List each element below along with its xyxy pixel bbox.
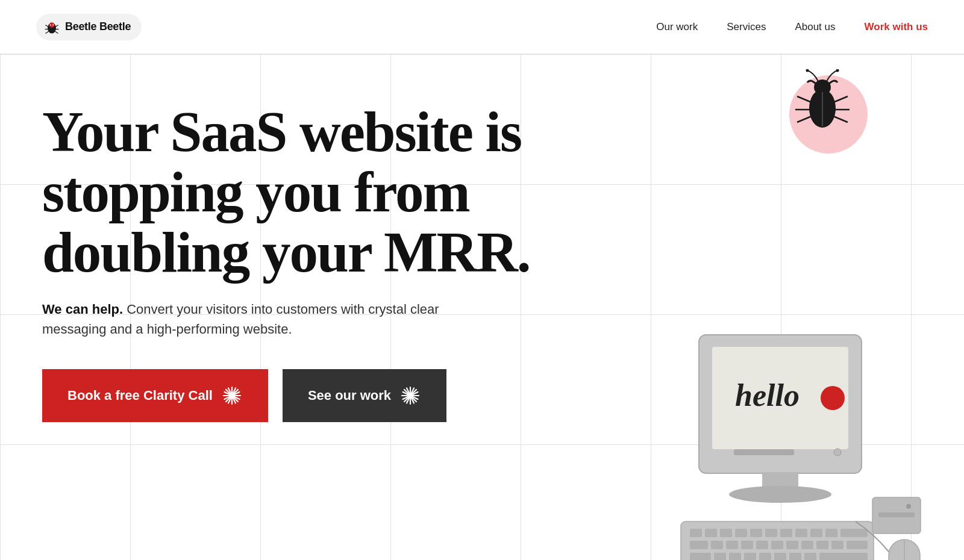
- svg-rect-48: [690, 529, 702, 537]
- logo[interactable]: Beetle Beetle: [36, 14, 142, 40]
- svg-rect-77: [804, 553, 816, 560]
- svg-rect-74: [759, 553, 771, 560]
- nav-links: Our work Services About us Work with us: [656, 21, 928, 33]
- svg-rect-72: [729, 553, 741, 560]
- svg-line-16: [833, 96, 848, 102]
- svg-point-8: [50, 24, 51, 25]
- svg-rect-87: [878, 512, 915, 517]
- logo-icon: [43, 19, 60, 36]
- svg-point-45: [729, 486, 831, 503]
- hero-sub-bold: We can help.: [42, 302, 123, 317]
- svg-rect-59: [690, 541, 708, 549]
- svg-rect-70: [690, 553, 711, 560]
- cta-secondary-label: See our work: [308, 388, 391, 403]
- vintage-computer-svg: hello: [651, 317, 928, 560]
- svg-rect-52: [750, 529, 762, 537]
- svg-rect-49: [705, 529, 717, 537]
- svg-rect-62: [741, 541, 753, 549]
- navbar: Beetle Beetle Our work Services About us…: [0, 0, 964, 54]
- svg-point-19: [806, 69, 809, 72]
- beetle-illustration: [786, 69, 859, 135]
- svg-rect-55: [795, 529, 807, 537]
- nav-our-work[interactable]: Our work: [656, 21, 698, 33]
- svg-rect-75: [774, 553, 786, 560]
- svg-point-9: [52, 24, 54, 25]
- starburst-icon-secondary: [399, 385, 421, 406]
- svg-point-41: [821, 386, 845, 410]
- svg-line-4: [46, 31, 49, 34]
- svg-rect-53: [765, 529, 777, 537]
- nav-work-with-us[interactable]: Work with us: [865, 21, 928, 33]
- svg-rect-50: [720, 529, 732, 537]
- svg-rect-65: [786, 541, 798, 549]
- svg-point-43: [834, 449, 841, 456]
- svg-rect-51: [735, 529, 747, 537]
- svg-rect-76: [789, 553, 801, 560]
- svg-rect-66: [801, 541, 813, 549]
- svg-rect-56: [810, 529, 822, 537]
- starburst-icon-primary: [221, 385, 243, 406]
- svg-rect-67: [816, 541, 828, 549]
- svg-rect-42: [734, 449, 794, 455]
- logo-text: Beetle Beetle: [65, 20, 131, 33]
- svg-rect-68: [831, 541, 844, 549]
- svg-point-88: [906, 504, 911, 509]
- svg-rect-61: [726, 541, 738, 549]
- svg-rect-60: [711, 541, 723, 549]
- svg-line-18: [833, 116, 848, 122]
- svg-rect-69: [847, 541, 868, 549]
- book-clarity-call-button[interactable]: Book a free Clarity Call: [42, 369, 268, 422]
- svg-rect-71: [714, 553, 726, 560]
- hero-subtext: We can help. Convert your visitors into …: [42, 299, 452, 339]
- svg-rect-63: [756, 541, 768, 549]
- nav-about-us[interactable]: About us: [795, 21, 835, 33]
- svg-rect-57: [825, 529, 837, 537]
- computer-illustration: hello: [651, 317, 928, 560]
- page-wrapper: Beetle Beetle Our work Services About us…: [0, 0, 964, 560]
- svg-line-15: [797, 116, 812, 122]
- svg-rect-58: [840, 529, 868, 537]
- cta-primary-label: Book a free Clarity Call: [67, 388, 213, 403]
- beetle-decoration: [542, 54, 964, 175]
- see-our-work-button[interactable]: See our work: [283, 369, 446, 422]
- svg-point-20: [836, 69, 839, 72]
- svg-line-13: [797, 96, 812, 102]
- svg-text:hello: hello: [735, 378, 800, 412]
- beetle-circle: [789, 75, 868, 154]
- svg-rect-64: [771, 541, 783, 549]
- svg-line-7: [55, 31, 58, 34]
- svg-rect-78: [819, 553, 868, 560]
- nav-services[interactable]: Services: [727, 21, 766, 33]
- svg-rect-54: [780, 529, 792, 537]
- svg-rect-73: [744, 553, 756, 560]
